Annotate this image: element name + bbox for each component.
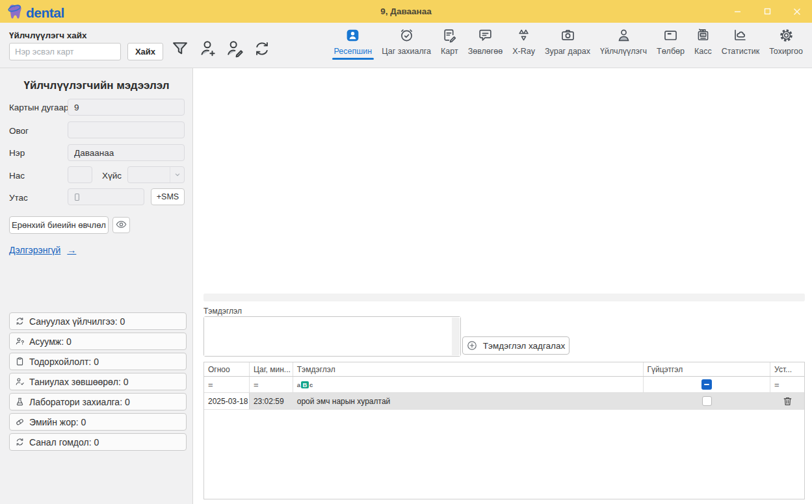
eye-icon <box>116 220 127 231</box>
statistics-chart-icon <box>732 26 748 44</box>
completed-filter-indeterminate-checkbox[interactable] <box>701 379 712 390</box>
mobile-phone-icon <box>68 192 81 202</box>
chat-bubble-icon <box>477 26 493 44</box>
column-header-completed[interactable]: Гүйцэтгэл <box>644 362 771 376</box>
tab-payment[interactable]: Төлбөр <box>657 26 685 60</box>
credit-card-icon <box>662 26 679 44</box>
sync-icon <box>15 437 25 447</box>
tab-settings[interactable]: Тохиргоо <box>769 26 803 60</box>
age-label: Нас <box>9 171 25 181</box>
details-link[interactable]: Дэлгэрэнгүй→ <box>9 245 76 255</box>
quicklist-lab-order-button[interactable]: Лаборатори захиалга: 0 <box>9 393 187 410</box>
filter-equals-time[interactable]: = <box>254 380 259 390</box>
add-client-icon[interactable] <box>198 39 217 58</box>
text-filter-abc-icon[interactable]: aBc <box>297 381 313 388</box>
quicklist-reminder-service-button[interactable]: Сануулах үйлчилгээ: 0 <box>9 312 187 330</box>
filter-funnel-icon[interactable] <box>170 39 190 58</box>
save-note-button[interactable]: Тэмдэглэл хадгалах <box>462 336 570 355</box>
quicklist-complaint-button[interactable]: Санал гомдол: 0 <box>9 433 187 451</box>
minimize-button[interactable] <box>722 0 752 23</box>
arrow-right-icon: → <box>67 245 76 255</box>
notes-table-header: Огноо Цаг, мин... Тэмдэглэл Гүйцэтгэл Ус… <box>204 362 804 377</box>
circle-plus-icon <box>467 340 477 351</box>
general-illness-button[interactable]: Ерөнхий биеийн өвчлөл <box>9 216 109 234</box>
notes-table: Огноо Цаг, мин... Тэмдэглэл Гүйцэтгэл Ус… <box>203 362 805 499</box>
tab-statistics[interactable]: Статистик <box>722 26 759 60</box>
horizontal-scrollbar[interactable] <box>203 294 805 301</box>
flask-icon <box>15 397 25 407</box>
gear-icon <box>778 26 794 44</box>
tab-advice[interactable]: Зөвлөгөө <box>468 26 503 60</box>
quicklist-prescription-button[interactable]: Эмийн жор: 0 <box>9 413 187 431</box>
camera-icon <box>560 26 576 44</box>
window-title: 9, Даваанаа <box>0 0 812 23</box>
person-question-icon <box>15 336 25 346</box>
client-search-input[interactable] <box>9 43 121 60</box>
notes-label: Тэмдэглэл <box>203 307 242 316</box>
quicklist-questionnaire-button[interactable]: Асуумж: 0 <box>9 333 187 350</box>
main-navigation-tabs: Ресепшин Цаг захиалга Карт <box>334 26 803 60</box>
search-button[interactable]: Хайх <box>127 43 163 60</box>
notes-table-filter-row: = = aBc = <box>204 377 804 393</box>
notes-textarea[interactable] <box>204 317 460 356</box>
titlebar: dental 9, Даваанаа <box>0 0 812 23</box>
toolbar: Үйлчлүүлэгч хайх Хайх <box>0 23 812 68</box>
surname-label: Овог <box>9 126 29 136</box>
tab-card[interactable]: Карт <box>441 26 458 60</box>
filter-equals-delete[interactable]: = <box>774 380 779 390</box>
card-number-field[interactable] <box>68 99 185 116</box>
clipboard-icon <box>15 357 25 366</box>
note-text-cell[interactable]: орой эмч нарын хуралтай <box>293 393 644 409</box>
toolbar-quick-icons <box>170 39 272 58</box>
age-field[interactable] <box>68 166 92 183</box>
refresh-icon[interactable] <box>252 39 272 58</box>
tab-client[interactable]: Үйлчлүүлэгч <box>600 26 647 60</box>
edit-client-icon[interactable] <box>225 39 244 58</box>
maximize-button[interactable] <box>752 0 782 23</box>
tab-appointment[interactable]: Цаг захиалга <box>382 26 431 60</box>
card-number-label: Картын дугаар <box>9 103 68 112</box>
window-controls <box>722 0 812 23</box>
tab-reception[interactable]: Ресепшин <box>334 26 373 60</box>
notes-textarea-scrollbar[interactable] <box>452 318 460 355</box>
add-sms-button[interactable]: +SMS <box>151 188 185 205</box>
gender-label: Хүйс <box>102 171 122 181</box>
pill-icon <box>15 417 25 427</box>
gender-select[interactable] <box>127 166 185 183</box>
cash-register-icon <box>695 26 711 44</box>
sync-icon <box>15 316 25 326</box>
reception-badge-icon <box>345 26 361 44</box>
tab-xray[interactable]: X-Ray <box>512 26 535 60</box>
column-header-delete[interactable]: Уст... <box>770 362 804 376</box>
client-search-label: Үйлчлүүлэгч хайх <box>9 31 87 40</box>
phone-label: Утас <box>9 193 28 203</box>
patient-info-panel: Үйлчлүүлэгчийн мэдээлэл Картын дугаар Ов… <box>0 68 193 504</box>
note-date-cell[interactable]: 2025-03-18 <box>204 393 250 409</box>
column-header-note[interactable]: Тэмдэглэл <box>293 362 644 376</box>
column-header-date[interactable]: Огноо <box>204 362 250 376</box>
notes-textarea-wrap <box>203 316 461 357</box>
main-content: Тэмдэглэл Тэмдэглэл хадгалах Огноо Цаг, … <box>193 68 812 504</box>
tab-photo[interactable]: Зураг дарах <box>545 26 590 60</box>
note-time-cell[interactable]: 23:02:59 <box>250 393 293 409</box>
first-name-field[interactable] <box>68 144 185 161</box>
chevron-down-icon <box>170 167 184 183</box>
trash-icon[interactable] <box>782 396 793 407</box>
quicklist-description-button[interactable]: Тодорхойлолт: 0 <box>9 353 187 370</box>
note-row[interactable]: 2025-03-18 23:02:59 орой эмч нарын хурал… <box>204 393 804 410</box>
first-name-label: Нэр <box>9 148 25 158</box>
document-edit-icon <box>441 26 458 44</box>
note-completed-checkbox[interactable] <box>702 396 712 406</box>
tab-cashier[interactable]: Касс <box>694 26 712 60</box>
column-header-time[interactable]: Цаг, мин... <box>250 362 293 376</box>
quicklist-consent-button[interactable]: Таниулах зөвшөөрөл: 0 <box>9 373 187 390</box>
person-check-icon <box>15 377 25 386</box>
view-illness-button[interactable] <box>112 217 130 233</box>
filter-equals-date[interactable]: = <box>208 380 213 390</box>
person-icon <box>616 26 632 44</box>
phone-field[interactable] <box>68 188 144 205</box>
close-button[interactable] <box>782 0 812 23</box>
stopwatch-check-icon <box>399 26 415 44</box>
surname-field[interactable] <box>68 121 185 138</box>
radiation-icon <box>516 26 532 44</box>
